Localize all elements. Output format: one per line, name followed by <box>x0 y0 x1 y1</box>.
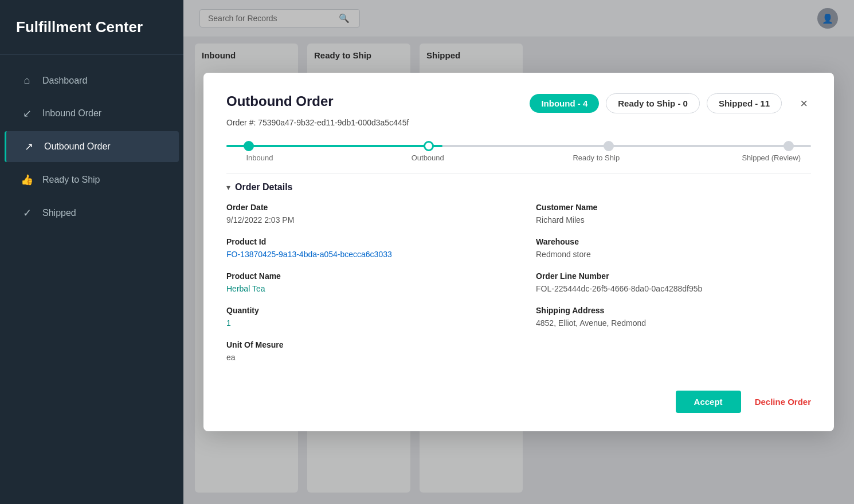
badge-inbound[interactable]: Inbound - 4 <box>530 94 599 113</box>
home-icon: ⌂ <box>21 74 33 86</box>
field-quantity-value: 1 <box>226 318 502 328</box>
modal-overlay: Outbound Order Inbound - 4 Ready to Ship… <box>183 0 854 504</box>
field-product-id-value: FO-13870425-9a13-4bda-a054-bcecca6c3033 <box>226 250 502 259</box>
sidebar-item-label: Dashboard <box>42 76 87 86</box>
field-warehouse-label: Warehouse <box>536 237 811 246</box>
field-shipping-address: Shipping Address 4852, Elliot, Avenue, R… <box>536 306 811 328</box>
field-shipping-address-value: 4852, Elliot, Avenue, Redmond <box>536 318 811 328</box>
badge-shipped[interactable]: Shipped - 11 <box>707 93 782 113</box>
step-dot-outbound <box>424 141 434 151</box>
section-toggle[interactable]: ▾ Order Details <box>226 174 811 192</box>
field-product-name: Product Name Herbal Tea <box>226 271 502 293</box>
accept-button[interactable]: Accept <box>676 391 741 413</box>
sidebar-item-ready-to-ship[interactable]: 👍 Ready to Ship <box>5 164 179 195</box>
field-order-date: Order Date 9/12/2022 2:03 PM <box>226 203 502 225</box>
sidebar-item-inbound-order[interactable]: ↙ Inbound Order <box>5 98 179 129</box>
sidebar-item-label: Ready to Ship <box>42 175 100 185</box>
main-area: 🔍 👤 Inbound Ready to Ship Shipped Outbou… <box>183 0 854 504</box>
field-shipping-address-label: Shipping Address <box>536 306 811 315</box>
modal-badges: Inbound - 4 Ready to Ship - 0 Shipped - … <box>530 93 782 113</box>
modal: Outbound Order Inbound - 4 Ready to Ship… <box>203 73 834 431</box>
thumbs-up-icon: 👍 <box>21 174 33 186</box>
modal-title: Outbound Order <box>226 93 334 109</box>
progress-labels: Inbound Outbound Ready to Ship Shipped (… <box>226 153 811 162</box>
outbound-icon: ↗ <box>22 140 35 153</box>
progress-label-shipped-review: Shipped (Review) <box>742 153 801 162</box>
field-quantity: Quantity 1 <box>226 306 502 328</box>
field-unit-of-mesure: Unit Of Mesure ea <box>226 340 502 362</box>
sidebar-item-label: Inbound Order <box>42 108 101 119</box>
details-right-col: Customer Name Richard Miles Warehouse Re… <box>536 203 811 375</box>
sidebar-item-shipped[interactable]: ✓ Shipped <box>5 198 179 229</box>
step-dot-ready-to-ship <box>604 141 614 151</box>
step-dot-inbound <box>244 141 254 151</box>
modal-header: Outbound Order Inbound - 4 Ready to Ship… <box>226 93 811 113</box>
field-order-line-number-label: Order Line Number <box>536 271 811 281</box>
app-title: Fulfillment Center <box>0 0 183 55</box>
sidebar-item-label: Outbound Order <box>44 141 111 152</box>
section-toggle-label: Order Details <box>235 182 292 192</box>
field-warehouse-value: Redmond store <box>536 250 811 259</box>
field-customer-name-value: Richard Miles <box>536 215 811 225</box>
sidebar-item-label: Shipped <box>42 208 76 218</box>
field-customer-name: Customer Name Richard Miles <box>536 203 811 225</box>
progress-section: Inbound Outbound Ready to Ship Shipped (… <box>226 141 811 162</box>
progress-label-ready-to-ship: Ready to Ship <box>573 153 620 162</box>
field-order-line-number: Order Line Number FOL-225444dc-26f5-4666… <box>536 271 811 293</box>
field-product-name-label: Product Name <box>226 271 502 281</box>
field-unit-of-mesure-value: ea <box>226 353 502 362</box>
order-number-label: Order #: <box>226 118 256 127</box>
inbound-icon: ↙ <box>21 107 33 120</box>
progress-label-inbound: Inbound <box>237 153 283 162</box>
modal-footer: Accept Decline Order <box>226 384 811 413</box>
field-order-date-value: 9/12/2022 2:03 PM <box>226 215 502 225</box>
sidebar-item-dashboard[interactable]: ⌂ Dashboard <box>5 65 179 96</box>
field-order-line-number-value: FOL-225444dc-26f5-4666-8da0-0ac4288df95b <box>536 284 811 293</box>
progress-label-outbound: Outbound <box>405 153 450 162</box>
field-unit-of-mesure-label: Unit Of Mesure <box>226 340 502 349</box>
sidebar: Fulfillment Center ⌂ Dashboard ↙ Inbound… <box>0 0 183 504</box>
field-warehouse: Warehouse Redmond store <box>536 237 811 259</box>
field-product-id: Product Id FO-13870425-9a13-4bda-a054-bc… <box>226 237 502 259</box>
order-number-value: 75390a47-9b32-ed11-9db1-000d3a5c445f <box>258 118 409 127</box>
field-product-name-value: Herbal Tea <box>226 284 502 293</box>
order-number: Order #: 75390a47-9b32-ed11-9db1-000d3a5… <box>226 118 811 127</box>
decline-button[interactable]: Decline Order <box>755 397 811 407</box>
field-order-date-label: Order Date <box>226 203 502 212</box>
field-product-id-label: Product Id <box>226 237 502 246</box>
badge-ready-to-ship[interactable]: Ready to Ship - 0 <box>606 93 700 113</box>
chevron-down-icon: ▾ <box>226 183 230 192</box>
details-grid: Order Date 9/12/2022 2:03 PM Product Id … <box>226 203 811 375</box>
sidebar-nav: ⌂ Dashboard ↙ Inbound Order ↗ Outbound O… <box>0 55 183 230</box>
check-icon: ✓ <box>21 207 33 219</box>
field-customer-name-label: Customer Name <box>536 203 811 212</box>
details-left-col: Order Date 9/12/2022 2:03 PM Product Id … <box>226 203 502 375</box>
sidebar-item-outbound-order[interactable]: ↗ Outbound Order <box>5 131 179 162</box>
close-button[interactable]: × <box>797 96 811 111</box>
field-quantity-label: Quantity <box>226 306 502 315</box>
step-dot-shipped <box>784 141 794 151</box>
